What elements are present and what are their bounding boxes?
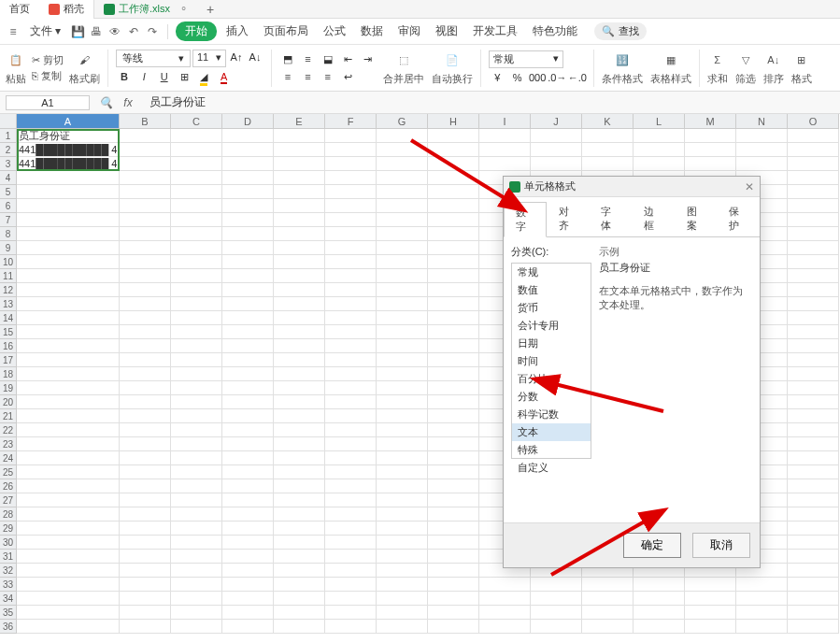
cell[interactable] bbox=[17, 283, 120, 297]
cell[interactable] bbox=[788, 507, 839, 522]
cell[interactable] bbox=[325, 157, 377, 171]
col-header-L[interactable]: L bbox=[634, 114, 685, 129]
row-header[interactable]: 2 bbox=[0, 143, 17, 157]
cell[interactable] bbox=[634, 620, 685, 634]
cell[interactable] bbox=[120, 465, 171, 479]
cell[interactable] bbox=[274, 550, 325, 564]
cell[interactable] bbox=[17, 507, 120, 522]
cell[interactable] bbox=[377, 423, 428, 437]
cell[interactable] bbox=[274, 255, 325, 269]
cell[interactable]: 员工身份证 bbox=[17, 129, 120, 143]
cell[interactable] bbox=[377, 283, 428, 297]
cell[interactable] bbox=[325, 297, 377, 311]
cell[interactable] bbox=[222, 507, 274, 522]
cell[interactable] bbox=[171, 507, 222, 522]
cell[interactable] bbox=[428, 367, 479, 381]
cell[interactable] bbox=[377, 395, 428, 409]
cell[interactable] bbox=[479, 129, 531, 143]
cell[interactable] bbox=[582, 129, 634, 143]
row-header[interactable]: 11 bbox=[0, 269, 17, 283]
cell[interactable] bbox=[222, 199, 274, 213]
cell[interactable] bbox=[171, 578, 222, 592]
cell[interactable] bbox=[428, 213, 479, 227]
close-icon[interactable]: ✕ bbox=[745, 180, 754, 193]
redo-icon[interactable]: ↷ bbox=[145, 24, 160, 39]
row-header[interactable]: 21 bbox=[0, 409, 17, 423]
cell[interactable] bbox=[634, 606, 685, 620]
category-item[interactable]: 科学记数 bbox=[512, 406, 591, 423]
cell[interactable] bbox=[325, 381, 377, 395]
cell[interactable] bbox=[120, 592, 171, 606]
row-header[interactable]: 3 bbox=[0, 157, 17, 171]
cell[interactable] bbox=[377, 227, 428, 241]
cell[interactable] bbox=[788, 213, 839, 227]
cell[interactable] bbox=[17, 465, 120, 479]
cell[interactable] bbox=[222, 255, 274, 269]
cell[interactable] bbox=[274, 536, 325, 550]
cell[interactable] bbox=[788, 437, 839, 451]
cell[interactable] bbox=[325, 550, 377, 564]
cell[interactable] bbox=[120, 550, 171, 564]
cell[interactable] bbox=[428, 143, 479, 157]
cell[interactable] bbox=[222, 269, 274, 283]
col-header-K[interactable]: K bbox=[582, 114, 634, 129]
table-style-button[interactable]: ▦表格样式 bbox=[650, 50, 691, 86]
cell[interactable] bbox=[171, 297, 222, 311]
cell[interactable] bbox=[377, 241, 428, 255]
cell[interactable] bbox=[736, 157, 788, 171]
cell[interactable] bbox=[428, 129, 479, 143]
cell[interactable] bbox=[222, 465, 274, 479]
cell[interactable] bbox=[171, 129, 222, 143]
cell[interactable] bbox=[325, 311, 377, 325]
cell[interactable] bbox=[377, 409, 428, 423]
cell[interactable] bbox=[120, 157, 171, 171]
cell[interactable] bbox=[171, 522, 222, 536]
close-icon[interactable]: ⚬ bbox=[179, 3, 188, 15]
cell[interactable] bbox=[171, 479, 222, 493]
cell[interactable] bbox=[120, 311, 171, 325]
cell[interactable] bbox=[274, 522, 325, 536]
font-name-select[interactable]: 等线▾ bbox=[116, 50, 191, 67]
cell[interactable] bbox=[788, 269, 839, 283]
cell[interactable] bbox=[531, 157, 582, 171]
cell[interactable] bbox=[171, 493, 222, 507]
cell[interactable] bbox=[325, 339, 377, 353]
file-menu[interactable]: 文件 ▾ bbox=[24, 20, 66, 43]
cell[interactable] bbox=[377, 493, 428, 507]
select-all-corner[interactable] bbox=[0, 114, 17, 129]
cell[interactable] bbox=[171, 423, 222, 437]
cell[interactable] bbox=[274, 297, 325, 311]
cell[interactable] bbox=[325, 199, 377, 213]
cell[interactable] bbox=[222, 185, 274, 199]
tab-review[interactable]: 审阅 bbox=[392, 20, 426, 43]
cell[interactable] bbox=[428, 227, 479, 241]
cell[interactable] bbox=[428, 479, 479, 493]
row-header[interactable]: 14 bbox=[0, 311, 17, 325]
cell[interactable] bbox=[428, 437, 479, 451]
cell[interactable] bbox=[377, 564, 428, 578]
fx-icon[interactable]: fx bbox=[121, 96, 135, 109]
cell[interactable] bbox=[788, 395, 839, 409]
cell[interactable] bbox=[325, 578, 377, 592]
cell[interactable] bbox=[120, 409, 171, 423]
cell[interactable] bbox=[428, 255, 479, 269]
cell[interactable] bbox=[377, 143, 428, 157]
col-header-A[interactable]: A bbox=[17, 114, 120, 129]
cell[interactable] bbox=[428, 269, 479, 283]
cell[interactable] bbox=[788, 255, 839, 269]
paste-button[interactable]: 📋粘贴 bbox=[6, 50, 26, 86]
cell[interactable] bbox=[479, 157, 531, 171]
cell[interactable] bbox=[325, 423, 377, 437]
cell[interactable] bbox=[222, 325, 274, 339]
cell[interactable] bbox=[325, 353, 377, 367]
cell[interactable] bbox=[171, 451, 222, 465]
border-icon[interactable]: ⊞ bbox=[176, 70, 192, 85]
cell[interactable] bbox=[377, 578, 428, 592]
cell[interactable] bbox=[222, 241, 274, 255]
cell[interactable] bbox=[120, 395, 171, 409]
painter-button[interactable]: 🖌格式刷 bbox=[69, 50, 100, 86]
cell[interactable] bbox=[325, 606, 377, 620]
cell[interactable] bbox=[377, 157, 428, 171]
cell[interactable] bbox=[171, 157, 222, 171]
row-header[interactable]: 9 bbox=[0, 241, 17, 255]
